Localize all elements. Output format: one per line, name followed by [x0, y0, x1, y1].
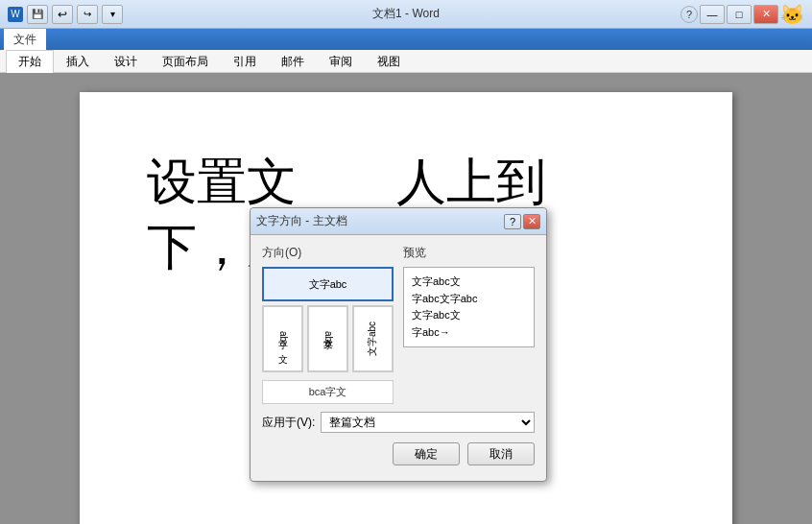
titlebar-right: ? — □ ✕ 🐱 [681, 3, 804, 26]
close-button[interactable]: ✕ [753, 5, 778, 24]
app-icon: W [8, 7, 23, 22]
preview-line-2: 字abc文字abc [412, 291, 526, 308]
dir-option-vlr[interactable]: 文字abc [307, 305, 348, 372]
dir-horizontal-text: 文字abc [309, 277, 347, 292]
undo-button[interactable]: ↩ [52, 5, 73, 24]
cancel-button[interactable]: 取消 [467, 442, 535, 465]
tab-mail[interactable]: 邮件 [269, 50, 317, 72]
dir-vlr-text: 文字abc [322, 331, 335, 346]
tab-design[interactable]: 设计 [102, 50, 150, 72]
bottom-option-label: bca字文 [309, 386, 347, 397]
preview-line-1: 文字abc文 [412, 274, 526, 291]
tab-home[interactable]: 开始 [6, 50, 54, 73]
bottom-text-option[interactable]: bca字文 [262, 380, 394, 404]
tab-review[interactable]: 审阅 [317, 50, 365, 72]
tab-view[interactable]: 视图 [365, 50, 413, 72]
redo-button[interactable]: ↪ [77, 5, 98, 24]
tab-references[interactable]: 引用 [221, 50, 269, 72]
maximize-button[interactable]: □ [727, 5, 752, 24]
dialog-two-col: 方向(O) 文字abc 字abc文 文 [262, 245, 535, 404]
tab-layout[interactable]: 页面布局 [150, 50, 221, 72]
apply-select[interactable]: 整篇文档 所选文字 [321, 412, 535, 433]
dialog-overlay: 文字方向 - 主文档 ? ✕ 方向(O) 文字abc [0, 73, 812, 524]
dir-option-horizontal[interactable]: 文字abc [262, 267, 394, 301]
dir-rotated-text: 文字abc [367, 322, 380, 356]
titlebar: W 💾 ↩ ↪ ▾ 文档1 - Word ? — □ ✕ 🐱 [0, 0, 812, 29]
file-tab[interactable]: 文件 [4, 29, 46, 50]
window-title: 文档1 - Word [372, 6, 440, 22]
preview-label: 预览 [403, 245, 535, 261]
document-area: 设置文 人上到 下，从 输入。 文字方向 - 主文档 ? ✕ 方向(O) [0, 73, 812, 524]
save-button[interactable]: 💾 [27, 5, 48, 24]
tab-insert[interactable]: 插入 [54, 50, 102, 72]
dialog-footer: 确定 取消 [262, 442, 535, 471]
ribbon-tabs: 开始 插入 设计 页面布局 引用 邮件 审阅 视图 [0, 50, 812, 73]
text-direction-dialog: 文字方向 - 主文档 ? ✕ 方向(O) 文字abc [250, 207, 547, 482]
dir-vrl-text: 字abc文 [276, 331, 290, 346]
preview-line-3: 文字abc文 [412, 307, 526, 324]
apply-to-row: 应用于(V): 整篇文档 所选文字 [262, 412, 535, 433]
ok-button[interactable]: 确定 [393, 442, 460, 465]
preview-box: 文字abc文 字abc文字abc 文字abc文 字abc→ [403, 267, 535, 347]
dir-option-rotated[interactable]: 文字abc [352, 305, 394, 372]
direction-section: 方向(O) 文字abc 字abc文 文 [262, 245, 394, 404]
dialog-title: 文字方向 - 主文档 [256, 213, 347, 229]
direction-grid: 文字abc 字abc文 文字abc [262, 267, 394, 372]
direction-label: 方向(O) [262, 245, 394, 261]
dialog-title-controls: ? ✕ [504, 214, 540, 229]
dialog-body: 方向(O) 文字abc 字abc文 文 [251, 235, 546, 481]
preview-line-4: 字abc→ [412, 324, 526, 342]
help-button[interactable]: ? [681, 6, 698, 23]
dialog-help-button[interactable]: ? [504, 214, 521, 229]
dialog-titlebar: 文字方向 - 主文档 ? ✕ [251, 208, 546, 235]
customize-button[interactable]: ▾ [102, 5, 123, 24]
dialog-close-button[interactable]: ✕ [523, 214, 540, 229]
titlebar-left: W 💾 ↩ ↪ ▾ [8, 5, 123, 24]
apply-label: 应用于(V): [262, 415, 315, 431]
dir-option-vrl[interactable]: 字abc文 [262, 305, 303, 372]
preview-section: 预览 文字abc文 字abc文字abc 文字abc文 字abc→ [403, 245, 535, 404]
ribbon-file-bar: 文件 [0, 29, 812, 50]
minimize-button[interactable]: — [700, 5, 725, 24]
avatar: 🐱 [780, 3, 804, 26]
